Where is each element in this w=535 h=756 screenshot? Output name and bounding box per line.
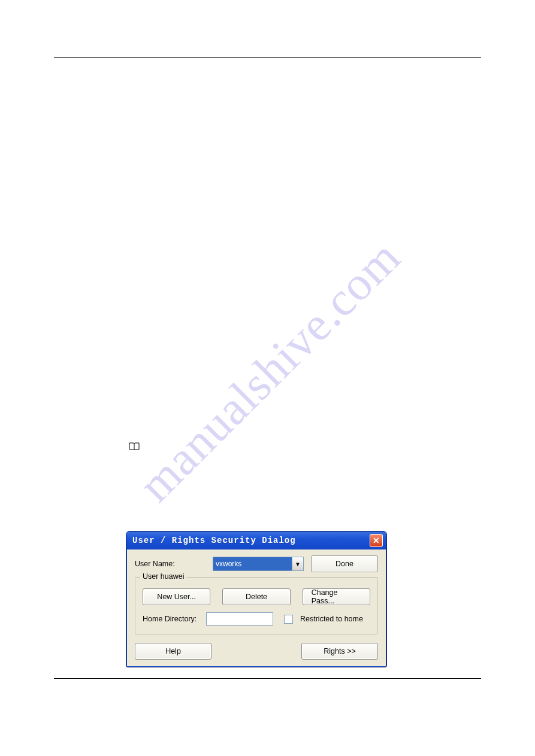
change-pass-button[interactable]: Change Pass... [303, 588, 370, 605]
dialog-bottom-row: Help Rights >> [135, 643, 378, 660]
user-groupbox: User huawei New User... Delete Change Pa… [135, 577, 378, 634]
close-icon: ✕ [373, 536, 380, 545]
help-button-label: Help [165, 647, 181, 655]
username-combobox[interactable]: vxworks ▼ [213, 557, 304, 571]
bottom-horizontal-rule [54, 678, 481, 679]
home-directory-row: Home Directory: Restricted to home [143, 612, 370, 626]
rights-button-label: Rights >> [324, 647, 356, 655]
close-button[interactable]: ✕ [370, 534, 383, 547]
done-button-label: Done [335, 560, 353, 568]
watermark: manualshive.com [84, 186, 455, 557]
done-button[interactable]: Done [311, 555, 378, 572]
user-action-row: New User... Delete Change Pass... [143, 588, 370, 605]
username-selected-value: vxworks [213, 557, 292, 570]
home-directory-label: Home Directory: [143, 615, 202, 623]
restricted-checkbox[interactable] [284, 615, 293, 624]
change-pass-button-label: Change Pass... [312, 588, 361, 605]
dialog-body: User Name: vxworks ▼ Done User huawei Ne… [126, 549, 386, 667]
home-directory-input[interactable] [206, 612, 273, 626]
book-icon [129, 442, 140, 451]
new-user-button-label: New User... [157, 593, 196, 601]
dialog-titlebar: User / Rights Security Dialog ✕ [126, 532, 386, 549]
username-row: User Name: vxworks ▼ Done [135, 555, 378, 572]
new-user-button[interactable]: New User... [143, 588, 210, 605]
delete-button-label: Delete [246, 593, 267, 601]
security-dialog: User / Rights Security Dialog ✕ User Nam… [126, 531, 387, 667]
help-button[interactable]: Help [135, 643, 211, 660]
username-label: User Name: [135, 560, 207, 568]
delete-button[interactable]: Delete [222, 588, 290, 605]
top-horizontal-rule [54, 57, 481, 58]
rights-button[interactable]: Rights >> [301, 643, 378, 660]
dialog-title: User / Rights Security Dialog [132, 536, 296, 545]
watermark-text: manualshive.com [128, 230, 411, 512]
groupbox-legend: User huawei [140, 572, 186, 581]
chevron-down-icon: ▼ [292, 557, 303, 570]
restricted-label: Restricted to home [300, 615, 363, 623]
